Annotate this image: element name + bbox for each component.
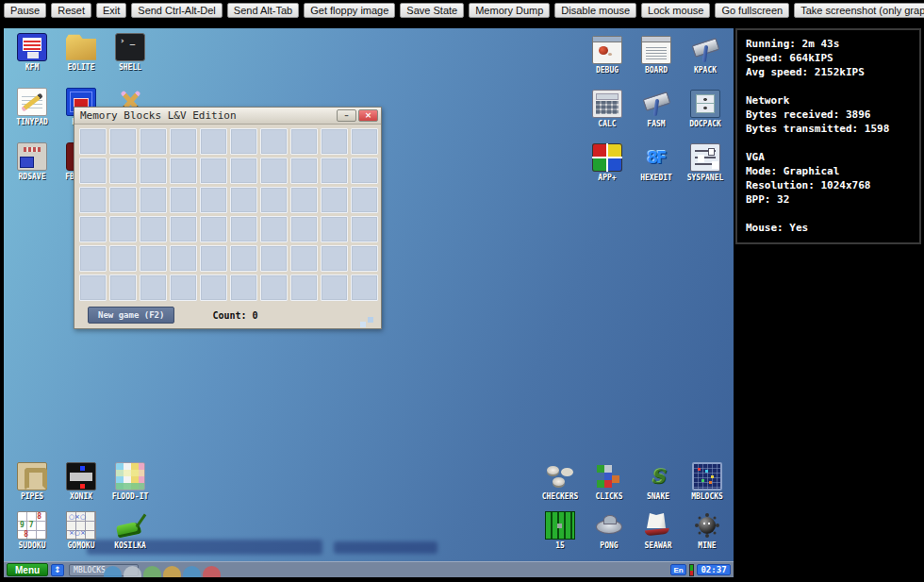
desktop-icon-hexedit[interactable]: HEXEDIT (632, 143, 681, 197)
menu-button[interactable]: Menu (7, 563, 48, 576)
memory-card[interactable] (260, 245, 288, 272)
memory-card[interactable] (290, 245, 318, 272)
toolbar-button-memory-dump[interactable]: Memory Dump (469, 3, 550, 18)
memory-card[interactable] (230, 216, 257, 242)
memory-card[interactable] (109, 158, 137, 184)
toolbar-button-pause[interactable]: Pause (4, 3, 46, 18)
memory-card[interactable] (351, 187, 378, 213)
toolbar-button-reset[interactable]: Reset (51, 3, 91, 18)
memory-card[interactable] (79, 245, 107, 272)
desktop-icon-pipes[interactable]: PIPES (8, 462, 57, 511)
memory-card[interactable] (351, 158, 378, 184)
toolbar-button-go-fullscreen[interactable]: Go fullscreen (715, 3, 789, 18)
memory-card[interactable] (200, 158, 227, 184)
memory-card[interactable] (79, 128, 107, 155)
memory-card[interactable] (109, 128, 137, 155)
memory-card[interactable] (200, 128, 227, 155)
taskbar-item-mblocks[interactable]: MBLOCKS (69, 564, 139, 576)
toolbar-button-get-floppy-image[interactable]: Get floppy image (304, 3, 395, 18)
toolbar-button-take-screenshot-only-graphic-modes[interactable]: Take screenshot (only graphic modes) (794, 3, 924, 18)
memory-card[interactable] (140, 128, 167, 155)
toolbar-button-disable-mouse[interactable]: Disable mouse (554, 3, 636, 18)
close-icon[interactable]: × (358, 109, 378, 122)
desktop-icon-mblocks[interactable]: MBLOCKS (683, 462, 732, 511)
memory-card[interactable] (170, 216, 197, 242)
memory-card[interactable] (200, 274, 227, 301)
memory-card[interactable] (290, 187, 318, 213)
vm-display[interactable]: KFMEOLITESHELLTINYPADKFARRDSAVEFB2READ D… (4, 28, 734, 577)
memory-card[interactable] (170, 187, 197, 213)
toolbar-button-lock-mouse[interactable]: Lock mouse (641, 3, 710, 18)
memory-card[interactable] (140, 274, 167, 301)
desktop-icon-xonix[interactable]: XONIX (57, 462, 106, 511)
memory-card[interactable] (170, 274, 197, 301)
memory-card[interactable] (140, 158, 167, 184)
desktop-icon-shell[interactable]: SHELL (106, 33, 155, 88)
memory-card[interactable] (351, 274, 378, 301)
memory-card[interactable] (290, 216, 318, 242)
memory-card[interactable] (260, 158, 288, 184)
language-indicator[interactable]: En (670, 564, 686, 575)
clock[interactable]: 02:37 (697, 564, 731, 575)
memory-card[interactable] (321, 245, 348, 272)
window-titlebar[interactable]: Memory Blocks L&V Edition – × (74, 108, 381, 125)
desktop-icon-sudoku[interactable]: SUDOKU (8, 511, 57, 560)
cpu-monitor-icon[interactable]: ↕ (51, 564, 64, 576)
memory-card[interactable] (170, 245, 197, 272)
memory-card[interactable] (290, 128, 318, 155)
memory-card[interactable] (200, 216, 227, 242)
desktop-icon-tinypad[interactable]: TINYPAD (8, 88, 57, 142)
memory-card[interactable] (321, 187, 348, 213)
toolbar-button-save-state[interactable]: Save State (400, 3, 464, 18)
memory-card[interactable] (351, 245, 378, 272)
desktop-icon-syspanel[interactable]: SYSPANEL (681, 143, 730, 197)
desktop-icon-debug[interactable]: DEBUG (583, 36, 632, 90)
memory-card[interactable] (79, 187, 107, 213)
memory-card[interactable] (200, 245, 227, 272)
minimize-icon[interactable]: – (337, 109, 356, 122)
desktop-icon-gomoku[interactable]: GOMOKU (57, 511, 106, 560)
desktop-icon-rdsave[interactable]: RDSAVE (8, 142, 57, 197)
desktop-icon-kfm[interactable]: KFM (8, 33, 57, 88)
desktop-icon-mine[interactable]: MINE (683, 511, 732, 560)
resize-grip[interactable] (368, 317, 373, 323)
memory-card[interactable] (79, 216, 107, 242)
desktop-icon-fasm[interactable]: FASM (632, 90, 681, 143)
toolbar-button-exit[interactable]: Exit (96, 3, 126, 18)
memory-card[interactable] (230, 158, 257, 184)
desktop-icon-kpack[interactable]: KPACK (681, 36, 730, 90)
memory-card[interactable] (140, 245, 167, 272)
desktop-icon-seawar[interactable]: SEAWAR (634, 511, 683, 560)
memory-card[interactable] (260, 128, 288, 155)
memory-card[interactable] (230, 274, 257, 301)
memory-card[interactable] (351, 128, 378, 155)
desktop-icon-snake[interactable]: SNAKE (634, 462, 683, 511)
desktop-icon-fifteen[interactable]: 15 (536, 511, 585, 560)
desktop-icon-pong[interactable]: PONG (585, 511, 634, 560)
memory-card[interactable] (290, 158, 318, 184)
memory-card[interactable] (321, 274, 348, 301)
memory-card[interactable] (230, 128, 257, 155)
desktop-icon-docpack[interactable]: DOCPACK (681, 90, 730, 143)
memory-card[interactable] (200, 187, 227, 213)
toolbar-button-send-alt-tab[interactable]: Send Alt-Tab (227, 3, 299, 18)
memory-card[interactable] (79, 274, 107, 301)
memory-card[interactable] (321, 128, 348, 155)
desktop-icon-eolite[interactable]: EOLITE (57, 33, 106, 88)
memory-card[interactable] (230, 245, 257, 272)
memory-card[interactable] (260, 187, 288, 213)
desktop-icon-kosilka[interactable]: KOSILKA (106, 511, 155, 560)
memory-card[interactable] (351, 216, 378, 242)
memory-card[interactable] (79, 158, 107, 184)
memory-card[interactable] (140, 216, 167, 242)
memory-card[interactable] (170, 158, 197, 184)
memory-card[interactable] (109, 216, 137, 242)
desktop-icon-floodit[interactable]: FLOOD-IT (106, 462, 155, 511)
memory-card[interactable] (290, 274, 318, 301)
memory-card[interactable] (230, 187, 257, 213)
memory-card[interactable] (170, 128, 197, 155)
memory-card[interactable] (109, 187, 137, 213)
desktop-icon-calc[interactable]: CALC (583, 90, 632, 143)
memory-card[interactable] (140, 187, 167, 213)
memory-card[interactable] (260, 216, 288, 242)
